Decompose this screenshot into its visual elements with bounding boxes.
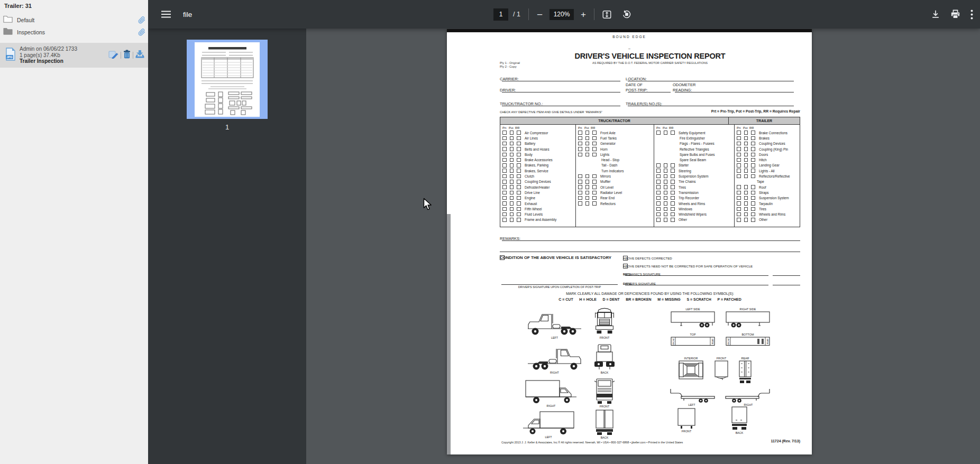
remarks-field: REMARKS: (500, 236, 800, 241)
trailer-header: TRAILER (729, 117, 800, 124)
inspection-item-row: Fuel Tanks (578, 135, 654, 141)
inspection-item-label: Horn (600, 147, 608, 151)
inspection-item-label: Trip Recorder (679, 196, 699, 200)
checkbox (578, 136, 582, 141)
inspection-item-label: Fuel Tanks (600, 136, 617, 140)
checkbox (502, 147, 507, 151)
checkbox (592, 147, 597, 151)
inspection-item-row: Tape (736, 179, 800, 184)
checkbox (664, 169, 668, 173)
page-thumbnail-selected[interactable] (187, 40, 268, 119)
diagram-boxtruck-back: BACK (595, 409, 614, 439)
checkbox (751, 153, 755, 157)
more-vertical-icon[interactable] (970, 10, 973, 20)
checkbox (517, 201, 521, 206)
checkbox (517, 163, 521, 168)
checkbox (502, 158, 507, 162)
folder-row-inspections[interactable]: Inspections (0, 26, 148, 38)
checkbox (510, 185, 514, 189)
checkbox (751, 174, 755, 179)
checklist-body: PrtPotRRAir CompressorAir LinesBatteryBe… (500, 125, 800, 227)
inspection-item-row: Flags - Flares - Fusees (656, 141, 734, 146)
checkbox (751, 158, 755, 162)
checkbox (744, 158, 748, 162)
checkbox (585, 174, 590, 179)
mark-instruction: MARK CLEARLY ALL DAMAGE OR DEFICIENCIES … (500, 292, 800, 295)
separator (594, 8, 594, 20)
checkbox (744, 131, 748, 135)
checkbox (517, 131, 521, 135)
checkbox (737, 163, 741, 168)
fit-to-page-icon[interactable] (602, 10, 611, 19)
driver-signature-row: DRIVER'S SIGNATURE DATE: (623, 281, 800, 285)
defect-checklist-table: TRUCK/TRACTOR TRAILER PrtPotRRAir Compre… (500, 117, 800, 227)
checkbox (751, 136, 755, 141)
inspection-item-row: Clutch (502, 173, 575, 179)
paperclip-icon[interactable] (138, 16, 145, 24)
location-field: LOCATION: (626, 77, 794, 81)
checkbox (592, 191, 597, 195)
rear-end-marker: REAR (712, 338, 714, 344)
pdf-viewer: file / 1 − 120% + (148, 0, 980, 464)
inspection-item-row: Lights (578, 152, 654, 157)
edit-icon[interactable] (108, 50, 118, 61)
inspection-item-row: Other (736, 217, 800, 222)
trailers-no-field: TRAILER(S) NO.(S): (626, 101, 794, 106)
checkbox (751, 212, 755, 217)
checkbox (664, 174, 668, 179)
checkbox (517, 191, 521, 195)
checkbox (517, 169, 521, 173)
inspection-item-row: Tarpaulin (736, 201, 800, 206)
checkbox (744, 169, 748, 173)
viewer-content[interactable]: BOUND EDGE – DRIVER'S VEHICLE INSPECTION… (306, 29, 980, 464)
inspection-item-row: Body (502, 152, 575, 157)
checkbox (585, 142, 590, 146)
checkbox (517, 185, 521, 189)
download-icon[interactable] (135, 50, 144, 60)
file-item-trailer-inspection[interactable]: JPG Admin on 06/06/22 1733 1 page(s) 37.… (0, 43, 148, 68)
inspection-item-label: Body (525, 153, 533, 156)
checkbox (656, 185, 661, 189)
document-title: file (183, 11, 192, 18)
checkbox (656, 163, 661, 168)
inspection-item-label: Reflectors/Reflective (759, 174, 790, 178)
document-page: BOUND EDGE – DRIVER'S VEHICLE INSPECTION… (447, 29, 812, 454)
inspection-item-row: Wheels and Rims (736, 211, 800, 217)
inspection-item-label: Brakes (759, 136, 770, 140)
menu-icon[interactable] (161, 11, 171, 18)
rotate-icon[interactable] (622, 10, 631, 19)
checkbox (751, 196, 755, 200)
checkbox-column-headers: PrtPotRR (578, 126, 654, 130)
inspection-item-row: Safety Equipment (656, 130, 734, 135)
zoom-out-button[interactable]: − (537, 10, 543, 20)
checkbox (744, 142, 748, 146)
checkbox (578, 147, 582, 151)
checkbox (585, 191, 590, 195)
fold-mark: – (447, 47, 812, 50)
checkbox (744, 185, 748, 189)
checkbox (592, 142, 597, 146)
print-icon[interactable] (950, 10, 960, 19)
checkbox (671, 201, 675, 206)
form-subtitle: AS REQUIRED BY THE D.O.T. FEDERAL MOTOR … (500, 61, 800, 64)
inspection-item-label: Reflectors (600, 202, 616, 206)
page-number-input[interactable] (493, 8, 508, 21)
zoom-level[interactable]: 120% (549, 9, 574, 20)
diagram-trailer-rear-view: REAR (739, 357, 752, 384)
checkbox (671, 131, 675, 135)
satisfactory-checkbox-row: CONDITION OF THE ABOVE VEHICLE IS SATISF… (500, 255, 505, 260)
inspection-item-label: Mirrors (600, 174, 611, 178)
zoom-in-button[interactable]: + (581, 10, 586, 19)
paperclip-icon[interactable] (138, 29, 145, 36)
folder-row-default[interactable]: Default (0, 14, 148, 26)
checklist-column: PrtPotRRFront AxleFuel TanksGeneratorHor… (576, 125, 654, 227)
inspection-item-row: Battery (502, 141, 575, 146)
download-icon[interactable] (931, 10, 940, 19)
inspection-item-row: Brake Connections (736, 130, 800, 135)
checkbox (671, 185, 675, 189)
checkbox (510, 207, 514, 211)
checkbox (671, 196, 675, 200)
diagram-tractor-right: RIGHT (526, 342, 583, 374)
delete-icon[interactable] (123, 50, 131, 61)
viewer-toolbar: file / 1 − 120% + (148, 0, 980, 29)
